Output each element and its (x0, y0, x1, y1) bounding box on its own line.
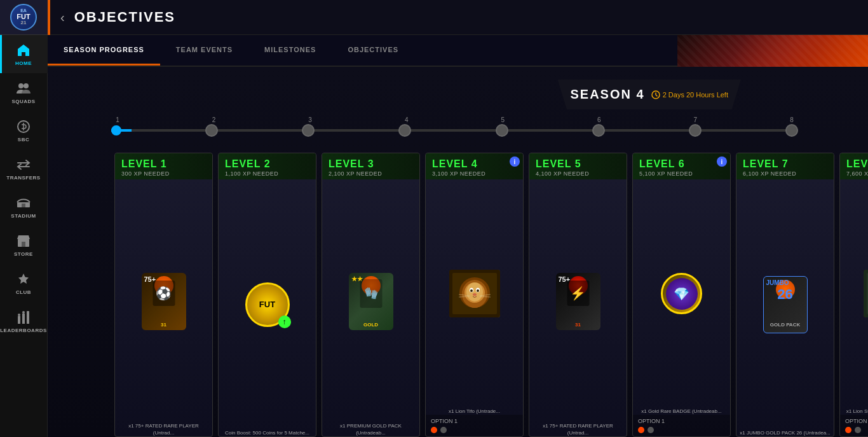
svg-rect-6 (22, 242, 25, 247)
level-card-4[interactable]: i LEVEL 4 3,100 XP NEEDED (425, 153, 524, 437)
level-5-body: 75+ ⚡ 31 (529, 179, 627, 423)
level-7-title: LEVEL 7 (743, 158, 827, 170)
sidebar-item-leaderboards[interactable]: LEADERBOARDS (0, 302, 48, 340)
sidebar-item-squads[interactable]: SQUADS (0, 73, 48, 111)
level-6-reward-image: 💎 (661, 273, 702, 314)
level-6-footer: OPTION 1 (633, 415, 730, 436)
home-icon (16, 43, 31, 58)
level-7-body: JUMBO 26 GOLD PACK (736, 179, 834, 430)
level-4-footer: OPTION 1 (426, 415, 523, 436)
sidebar-label-home: HOME (15, 60, 32, 66)
level-4-label: x1 Lion Tifo (Untrade... (426, 408, 523, 415)
sidebar-item-store[interactable]: STORE (0, 226, 48, 264)
level-2-header: LEVEL 2 1,100 XP NEEDED (219, 153, 316, 179)
svg-point-0 (18, 83, 24, 88)
sidebar-label-leaderboards: LEADERBOARDS (0, 328, 47, 333)
sidebar-item-transfers[interactable]: TRANSFERS (0, 149, 48, 188)
coin-boost-arrow: ↑ (278, 316, 291, 328)
level-1-xp: 300 XP NEEDED (121, 170, 206, 177)
level-2-xp: 1,100 XP NEEDED (225, 170, 309, 177)
level-8-option-label: OPTION 1 (845, 418, 868, 424)
option-dot-2[interactable] (440, 427, 447, 433)
node-num-5: 5 (496, 116, 509, 123)
level-card-3[interactable]: LEVEL 3 2,100 XP NEEDED ★★ 🧤 GOLD x1 PRE… (322, 153, 420, 437)
svg-point-22 (477, 289, 479, 292)
level-5-reward-image: 75+ ⚡ 31 (556, 273, 600, 330)
level-3-xp: 2,100 XP NEEDED (329, 170, 413, 177)
season-timer: 2 Days 20 Hours Left (651, 90, 728, 99)
level-6-info-badge[interactable]: i (717, 156, 727, 167)
level-card-8[interactable]: i LEVEL 8 7,600 XP NEEDED (839, 153, 868, 437)
level-8-reward-image (864, 270, 869, 317)
level-8-xp: 7,600 XP NEEDED (846, 170, 868, 177)
level-8-footer: OPTION 1 (840, 415, 868, 436)
tab-season-progress[interactable]: SEASON PROGRESS (48, 35, 160, 66)
sidebar-item-club[interactable]: CLUB (0, 264, 48, 302)
level-2-title: LEVEL 2 (225, 158, 309, 170)
level-2-body: FUT ↑ (219, 179, 316, 430)
badge-gem: 💎 (674, 286, 689, 302)
level-4-body (426, 179, 523, 408)
season-label: SEASON 4 (571, 87, 645, 102)
level-card-5[interactable]: LEVEL 5 4,100 XP NEEDED 75+ ⚡ 31 x1 75+ … (529, 153, 627, 437)
sidebar-label-transfers: TRANSFERS (6, 175, 40, 181)
option-dot-4[interactable] (648, 427, 654, 433)
level-6-xp: 5,100 XP NEEDED (639, 170, 724, 177)
sidebar-item-home[interactable]: HOME (0, 35, 48, 73)
timeline-track: 1 2 3 4 5 6 7 8 (111, 129, 798, 132)
level-8-option-dots (845, 427, 868, 433)
back-button[interactable]: ‹ (60, 10, 65, 25)
content-area: SEASON 4 2 Days 20 Hours Left (48, 67, 868, 437)
level-card-1[interactable]: LEVEL 1 300 XP NEEDED 75+ ⚽ 31 x1 75+ RA… (114, 153, 213, 437)
level-6-option-dots (638, 427, 725, 433)
option-dot-5[interactable] (845, 427, 851, 433)
level-6-title: LEVEL 6 (639, 158, 724, 170)
transfers-icon (16, 157, 31, 172)
svg-rect-7 (18, 316, 20, 324)
level-2-label: Coin Boost: 500 Coins for 5 Matche... (219, 430, 316, 436)
node-num-7: 7 (689, 116, 702, 123)
level-4-title: LEVEL 4 (432, 158, 517, 170)
level-3-label: x1 PREMIUM GOLD PACK (Untradeab... (322, 423, 419, 436)
level-card-6[interactable]: i LEVEL 6 5,100 XP NEEDED 💎 x1 Gold Rare… (632, 153, 731, 437)
level-5-xp: 4,100 XP NEEDED (536, 170, 620, 177)
sidebar-label-club: CLUB (16, 289, 31, 295)
sidebar-label-stadium: STADIUM (11, 213, 36, 219)
level-8-header: LEVEL 8 7,600 XP NEEDED (840, 153, 868, 179)
stadium-icon (16, 195, 31, 211)
cards-row: LEVEL 1 300 XP NEEDED 75+ ⚽ 31 x1 75+ RA… (111, 149, 868, 437)
badge-inner: 💎 (666, 278, 698, 310)
timeline-node-1 (205, 124, 218, 137)
timeline-node-0 (111, 125, 121, 135)
tab-objectives[interactable]: OBJECTIVES (332, 35, 414, 66)
option-dot-6[interactable] (855, 427, 861, 433)
svg-rect-4 (22, 204, 25, 207)
level-1-label: x1 75+ RATED RARE PLAYER (Untrad... (115, 423, 212, 436)
level-1-reward-image: 75+ ⚽ 31 (142, 273, 186, 330)
level-7-xp: 6,100 XP NEEDED (743, 170, 827, 177)
level-5-label: x1 75+ RATED RARE PLAYER (Untrad... (529, 423, 627, 436)
sidebar-item-sbc[interactable]: SBC (0, 111, 48, 149)
squads-icon (16, 81, 31, 96)
sidebar-item-stadium[interactable]: STADIUM (0, 188, 48, 226)
level-7-header: LEVEL 7 6,100 XP NEEDED (736, 153, 834, 179)
sidebar-label-store: STORE (14, 251, 33, 257)
fut-logo: EAFUT21 (10, 4, 37, 31)
level-4-info-badge[interactable]: i (510, 156, 520, 167)
timeline-node-2 (302, 124, 315, 137)
node-num-4: 4 (400, 116, 413, 123)
level-8-title: LEVEL 8 (846, 158, 868, 170)
tab-team-events[interactable]: TEAM EVENTS (160, 35, 248, 66)
option-dot-1[interactable] (431, 427, 437, 433)
tab-milestones[interactable]: MILESTONES (248, 35, 332, 66)
svg-point-11 (22, 311, 25, 314)
timeline-node-5 (592, 124, 605, 137)
level-5-title: LEVEL 5 (536, 158, 620, 170)
level-6-header: LEVEL 6 5,100 XP NEEDED (633, 153, 730, 179)
club-icon (16, 272, 31, 287)
level-card-2[interactable]: LEVEL 2 1,100 XP NEEDED FUT ↑ Coin Boost… (218, 153, 316, 437)
main-content: ‹ OBJECTIVES SEASON PROGRESS TEAM EVENTS… (48, 0, 868, 437)
option-dot-3[interactable] (638, 427, 644, 433)
node-num-6: 6 (593, 116, 606, 123)
level-card-7[interactable]: LEVEL 7 6,100 XP NEEDED JUMBO 26 GOLD PA… (736, 153, 834, 437)
